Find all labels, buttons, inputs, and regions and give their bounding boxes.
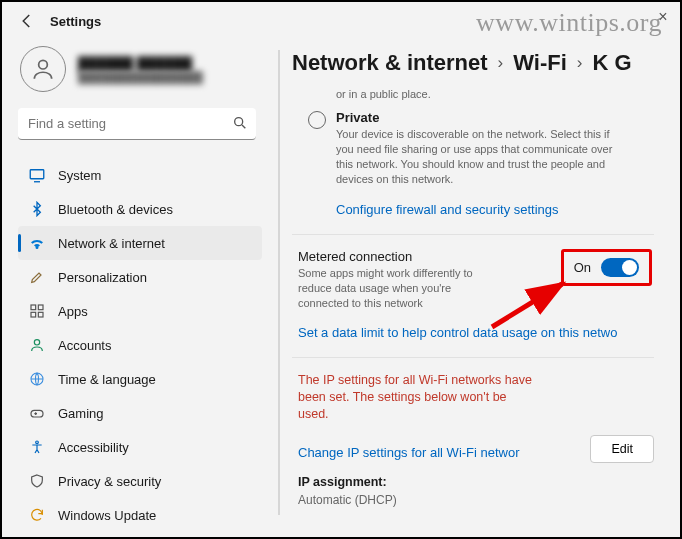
search-icon [232, 115, 248, 131]
cutoff-text: or in a public place. [336, 88, 654, 100]
accessibility-icon [28, 438, 46, 456]
chevron-right-icon: › [575, 53, 585, 73]
svg-rect-3 [31, 305, 36, 310]
breadcrumb-wifi[interactable]: Wi-Fi [513, 50, 567, 76]
private-desc: Your device is discoverable on the netwo… [336, 127, 616, 186]
sidebar-item-gaming[interactable]: Gaming [18, 396, 262, 430]
metered-title: Metered connection [298, 249, 478, 264]
ip-warning: The IP settings for all Wi-Fi networks h… [298, 372, 538, 423]
sidebar-item-personalization[interactable]: Personalization [18, 260, 262, 294]
svg-point-0 [39, 60, 48, 69]
search-input[interactable] [18, 108, 256, 140]
settings-panel: or in a public place. Private Your devic… [292, 86, 660, 516]
apps-icon [28, 302, 46, 320]
sidebar-item-label: Accessibility [58, 440, 129, 455]
breadcrumb-network[interactable]: Network & internet [292, 50, 488, 76]
sidebar-item-label: Windows Update [58, 508, 156, 523]
sidebar-item-label: Bluetooth & devices [58, 202, 173, 217]
close-icon[interactable]: × [654, 8, 672, 26]
shield-icon [28, 472, 46, 490]
sidebar-item-label: Personalization [58, 270, 147, 285]
sidebar-item-label: System [58, 168, 101, 183]
page-title: Settings [50, 14, 101, 29]
breadcrumb: Network & internet › Wi-Fi › K G [292, 50, 660, 76]
sidebar-item-accessibility[interactable]: Accessibility [18, 430, 262, 464]
sidebar-item-label: Time & language [58, 372, 156, 387]
change-ip-link[interactable]: Change IP settings for all Wi-Fi networ [298, 445, 520, 460]
accounts-icon [28, 336, 46, 354]
sidebar: ██████ ██████ ████████████████ System Bl… [2, 32, 272, 523]
sidebar-item-system[interactable]: System [18, 158, 262, 192]
sidebar-item-label: Privacy & security [58, 474, 161, 489]
svg-rect-5 [31, 312, 36, 317]
sidebar-item-label: Network & internet [58, 236, 165, 251]
svg-rect-6 [38, 312, 43, 317]
avatar [20, 46, 66, 92]
sidebar-item-accounts[interactable]: Accounts [18, 328, 262, 362]
wifi-icon [28, 234, 46, 252]
metered-connection-row: Metered connection Some apps might work … [292, 249, 654, 311]
sidebar-item-windows-update[interactable]: Windows Update [18, 498, 262, 532]
main-content: Network & internet › Wi-Fi › K G or in a… [272, 32, 680, 523]
firewall-link[interactable]: Configure firewall and security settings [336, 202, 559, 217]
ip-assignment-value: Automatic (DHCP) [298, 493, 654, 507]
sidebar-item-time-language[interactable]: Time & language [18, 362, 262, 396]
sidebar-item-bluetooth[interactable]: Bluetooth & devices [18, 192, 262, 226]
sidebar-item-label: Accounts [58, 338, 111, 353]
profile-email: ████████████████ [78, 71, 203, 83]
metered-desc: Some apps might work differently to redu… [298, 266, 478, 311]
highlight-box: On [561, 249, 652, 286]
nav-list: System Bluetooth & devices Network & int… [18, 158, 262, 532]
svg-point-10 [36, 441, 39, 444]
ip-assignment-key: IP assignment: [298, 475, 654, 489]
network-profile-private[interactable]: Private Your device is discoverable on t… [292, 110, 654, 186]
svg-point-1 [235, 118, 243, 126]
system-icon [28, 166, 46, 184]
divider [292, 234, 654, 235]
data-limit-link[interactable]: Set a data limit to help control data us… [298, 325, 617, 340]
back-arrow-icon[interactable] [18, 12, 36, 30]
user-profile[interactable]: ██████ ██████ ████████████████ [20, 46, 262, 92]
sidebar-item-network[interactable]: Network & internet [18, 226, 262, 260]
svg-rect-4 [38, 305, 43, 310]
profile-name: ██████ ██████ [78, 56, 203, 71]
personalization-icon [28, 268, 46, 286]
svg-point-7 [34, 340, 39, 345]
bluetooth-icon [28, 200, 46, 218]
svg-rect-2 [30, 170, 44, 179]
chevron-right-icon: › [496, 53, 506, 73]
toggle-label: On [574, 260, 591, 275]
sidebar-item-label: Gaming [58, 406, 104, 421]
radio-icon[interactable] [308, 111, 326, 129]
private-title: Private [336, 110, 616, 125]
update-icon [28, 506, 46, 524]
divider [292, 357, 654, 358]
search-container [18, 108, 256, 140]
sidebar-item-apps[interactable]: Apps [18, 294, 262, 328]
gaming-icon [28, 404, 46, 422]
globe-icon [28, 370, 46, 388]
header: Settings [2, 2, 680, 32]
edit-button[interactable]: Edit [590, 435, 654, 463]
breadcrumb-current: K G [593, 50, 632, 76]
metered-toggle[interactable] [601, 258, 639, 277]
sidebar-item-privacy[interactable]: Privacy & security [18, 464, 262, 498]
sidebar-item-label: Apps [58, 304, 88, 319]
